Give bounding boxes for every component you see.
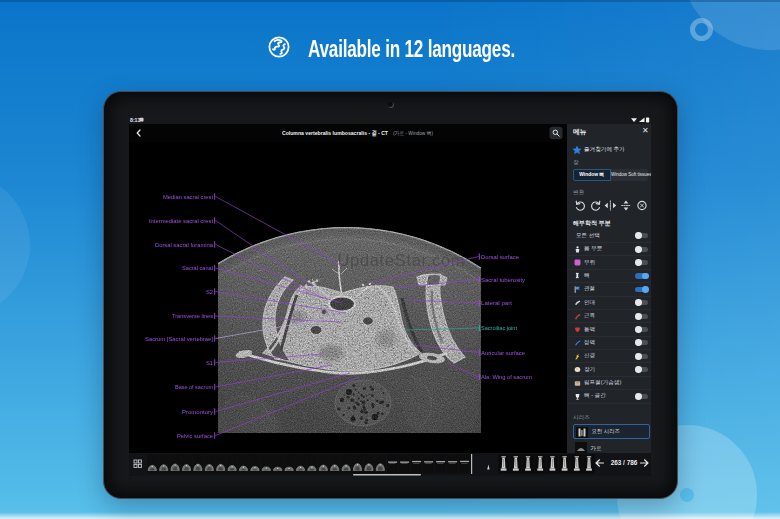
svg-text:Promontory: Promontory xyxy=(182,409,213,415)
svg-text:Transverse lines: Transverse lines xyxy=(172,313,213,319)
svg-text:UpdateStar.com: UpdateStar.com xyxy=(338,251,465,269)
svg-text:Sacroiliac joint: Sacroiliac joint xyxy=(481,325,517,331)
svg-text:Intermediate sacral crest: Intermediate sacral crest xyxy=(149,218,213,224)
svg-text:Dorsal surface: Dorsal surface xyxy=(481,254,519,260)
svg-text:263 / 786: 263 / 786 xyxy=(611,459,638,466)
svg-text:Lateral part: Lateral part xyxy=(481,300,512,306)
svg-text:Dorsal sacral foramina: Dorsal sacral foramina xyxy=(155,242,214,248)
svg-text:S1: S1 xyxy=(206,360,213,366)
svg-text:(가로 - Window 뼈): (가로 - Window 뼈) xyxy=(393,130,433,136)
svg-text:Sacral canal: Sacral canal xyxy=(182,265,213,271)
svg-text:Auricular surface: Auricular surface xyxy=(481,350,525,356)
svg-text:Pelvic surface: Pelvic surface xyxy=(177,433,213,439)
svg-text:Base of sacrum: Base of sacrum xyxy=(175,384,213,390)
svg-text:Columna vertebralis lumbosacra: Columna vertebralis lumbosacralis - 겉 - … xyxy=(282,129,388,137)
svg-text:Sacral tuberosity: Sacral tuberosity xyxy=(481,277,525,283)
svg-text:8:13: 8:13 xyxy=(130,117,140,123)
svg-text:Sacrum [Sacral vertebrae]: Sacrum [Sacral vertebrae] xyxy=(145,336,213,342)
svg-text:Median sacral crest: Median sacral crest xyxy=(163,194,213,200)
svg-text:S2: S2 xyxy=(206,289,213,295)
svg-text:Ala; Wing of sacrum: Ala; Wing of sacrum xyxy=(481,374,532,380)
